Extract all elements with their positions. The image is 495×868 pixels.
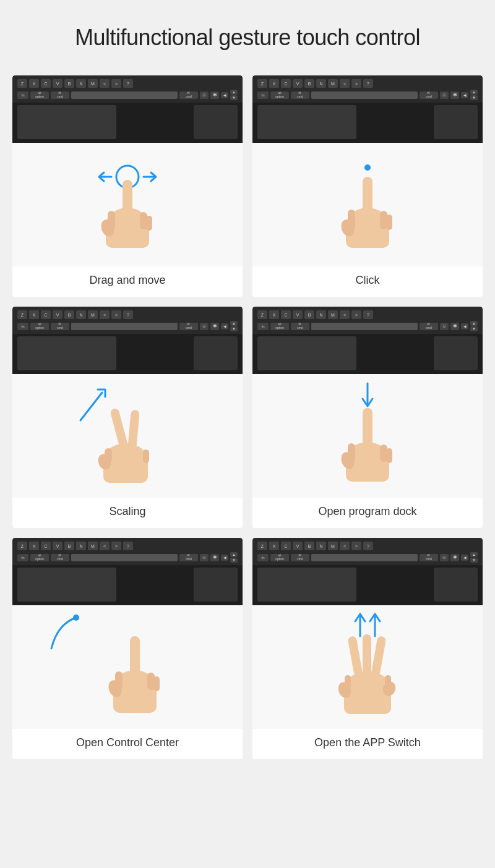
key-fn: fn: [17, 91, 28, 99]
svg-rect-24: [143, 449, 149, 463]
gesture-image-drag-move: [12, 143, 243, 266]
key-c: C: [41, 79, 51, 88]
key-m: M: [88, 79, 98, 88]
svg-rect-8: [146, 216, 152, 231]
control-center-indicator: [45, 611, 95, 655]
page-title: Multifunctional gesture touch control: [75, 25, 420, 51]
gesture-image-app-switch: [252, 605, 483, 729]
key-asterisk: ✱: [210, 91, 219, 99]
gesture-label-app-switch: Open the APP Switch: [314, 729, 421, 759]
touchpad-program-dock: [252, 334, 483, 374]
key-q: ?: [123, 79, 133, 88]
keyboard-scaling: Z X C V B N M < > ? fn altoption ⌘cmd ⌘c…: [12, 307, 243, 334]
hand-drag-move: [90, 174, 165, 266]
hand-scaling: [87, 405, 168, 498]
touchpad-app-switch: [252, 565, 483, 605]
key-cmd2: ⌘cmd: [179, 91, 198, 99]
key-cmd1: ⌘cmd: [51, 91, 69, 99]
gesture-label-program-dock: Open program dock: [318, 498, 416, 528]
gesture-cell-click: Z X C V B N M < > ? fn altoption ⌘cmd ⌘c…: [252, 75, 483, 297]
keyboard-program-dock: Z X C V B N M < > ? fn altoption ⌘cmd ⌘c…: [252, 307, 483, 334]
key-v: V: [53, 79, 62, 88]
key-z: Z: [17, 79, 27, 88]
touchpad-right-1: [194, 105, 238, 139]
keyboard-app-switch: Z X C V B N M < > ? fn altoption ⌘cmd ⌘c…: [252, 538, 483, 565]
gesture-image-scaling: [12, 374, 243, 498]
gesture-cell-app-switch: Z X C V B N M < > ? fn altoption ⌘cmd ⌘c…: [252, 538, 483, 759]
touchpad-control-center: [12, 565, 243, 605]
gesture-label-control-center: Open Control Center: [76, 729, 179, 759]
key-n: N: [76, 79, 86, 88]
gesture-cell-program-dock: Z X C V B N M < > ? fn altoption ⌘cmd ⌘c…: [252, 307, 483, 528]
hand-program-dock: [330, 405, 405, 498]
touchpad-drag-move: [12, 103, 243, 143]
gesture-label-scaling: Scaling: [109, 498, 145, 528]
key-up-arrow: ▲: [230, 90, 238, 95]
gesture-label-drag-move: Drag and move: [89, 266, 165, 297]
touchpad-click: [252, 103, 483, 143]
hand-app-switch: [327, 633, 408, 729]
touchpad-scaling: [12, 334, 243, 374]
hand-click: [330, 174, 405, 266]
svg-rect-32: [386, 448, 392, 463]
gesture-image-program-dock: [252, 374, 483, 498]
gesture-image-control-center: [12, 605, 243, 729]
keyboard-control-center: Z X C V B N M < > ? fn altoption ⌘cmd ⌘c…: [12, 538, 243, 565]
keyboard-click: Z X C V B N M < > ? fn altoption ⌘cmd ⌘c…: [252, 75, 483, 103]
svg-rect-48: [344, 680, 391, 714]
key-x: X: [29, 79, 39, 88]
touchpad-left-1: [17, 105, 116, 139]
svg-rect-44: [348, 636, 363, 676]
svg-rect-40: [153, 676, 160, 691]
key-emoji: ☺: [200, 91, 209, 99]
key-gt: >: [111, 79, 121, 88]
hand-control-center: [98, 633, 172, 729]
svg-point-34: [73, 615, 79, 621]
key-b: B: [64, 79, 74, 88]
gesture-image-click: [252, 143, 483, 266]
key-down-arrow: ▼: [230, 95, 238, 100]
svg-rect-46: [371, 636, 386, 676]
svg-rect-20: [127, 410, 139, 449]
gesture-cell-control-center: Z X C V B N M < > ? fn altoption ⌘cmd ⌘c…: [12, 538, 243, 759]
gesture-grid: Z X C V B N M < > ? fn altoption ⌘cmd ⌘c…: [12, 75, 483, 759]
gesture-cell-drag-move: Z X C V B N M < > ? fn altoption ⌘cmd ⌘c…: [12, 75, 243, 297]
key-lt: <: [100, 79, 110, 88]
svg-rect-45: [363, 634, 371, 676]
gesture-label-click: Click: [356, 266, 380, 297]
svg-point-10: [364, 164, 371, 171]
key-space: [71, 91, 178, 99]
key-left-arrow: ◀: [221, 92, 228, 98]
svg-rect-16: [386, 215, 392, 230]
keyboard-drag-move: Z X C V B N M < > ? fn altoption ⌘cmd ⌘c…: [12, 75, 243, 103]
gesture-cell-scaling: Z X C V B N M < > ? fn altoption ⌘cmd ⌘c…: [12, 307, 243, 528]
key-option: altoption: [30, 91, 49, 99]
svg-rect-19: [110, 407, 128, 448]
